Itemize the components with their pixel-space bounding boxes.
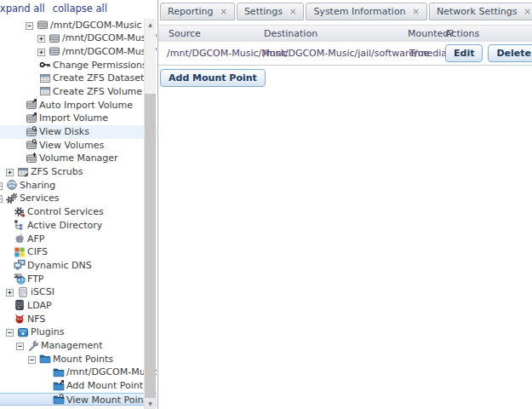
calendar-icon (17, 166, 29, 178)
tree-item-mnt-dgcom-music-music[interactable]: /mnt/DGCOM-Music/Music (0, 366, 157, 379)
tree-item-plugins[interactable]: Plugins (0, 325, 157, 339)
tree-item-auto-import-volume[interactable]: Auto Import Volume (0, 99, 157, 112)
tree-item-label: Volume Manager (39, 152, 118, 165)
tree-item-ftp[interactable]: FTPFTP (0, 273, 157, 286)
tab-close-icon[interactable]: × (524, 8, 531, 16)
mounted-cell: True (409, 42, 429, 65)
tree-item-label: NFS (27, 313, 45, 326)
collapse-node-icon[interactable] (16, 342, 24, 349)
tree-item-create-zfs-volume[interactable]: Create ZFS Volume (0, 85, 157, 99)
expand-node-icon[interactable] (0, 181, 3, 189)
tab-settings[interactable]: Settings× (237, 3, 305, 20)
tab-close-icon[interactable]: × (220, 8, 226, 16)
tree-item-management[interactable]: Management (0, 339, 157, 353)
server-dark-icon (14, 299, 26, 311)
server-light-icon (17, 286, 29, 298)
expand-node-icon[interactable] (0, 194, 3, 202)
expand-node-icon[interactable] (6, 168, 14, 176)
hdd-import-icon (26, 99, 37, 111)
tree-item-view-mount-points[interactable]: View Mount Points (0, 393, 157, 406)
tree-item-change-permissions[interactable]: Change Permissions (0, 59, 157, 72)
column-header-destination[interactable]: Destination (264, 26, 317, 42)
folder-icon (39, 353, 51, 365)
tree-item-label: Create ZFS Volume (53, 85, 142, 99)
tree-item-label: Change Permissions (53, 59, 147, 72)
scrollbar-thumb[interactable] (145, 94, 156, 399)
tree-panel: expand all collapse all /mnt/DGCOM-Music… (0, 0, 157, 409)
tab-close-icon[interactable]: × (289, 8, 296, 16)
tab-label: Reporting (168, 6, 213, 17)
ftp-icon: FTP (14, 273, 26, 285)
tree-toolbar: expand all collapse all (0, 3, 107, 14)
tree-item-mount-points[interactable]: Mount Points (0, 353, 157, 366)
tree-item-label: iSCSI (31, 285, 54, 299)
tree-item-label: Import Volume (39, 112, 108, 125)
tree-item-label: LDAP (27, 299, 52, 313)
collapse-node-icon[interactable] (6, 328, 14, 336)
expand-node-icon[interactable] (37, 34, 45, 42)
tree-item-label: Create ZFS Dataset (53, 72, 144, 85)
tree-item-mnt-dgcom-music-jail[interactable]: /mnt/DGCOM-Music/jail (0, 32, 157, 45)
hdd-icon (49, 45, 60, 57)
tree-item-label: Dynamic DNS (27, 259, 92, 273)
tree-scrollbar[interactable]: ▲ ▼ (144, 19, 156, 409)
tree-item-label: Plugins (31, 325, 64, 339)
scroll-down-icon[interactable]: ▼ (145, 398, 156, 409)
collapse-node-icon[interactable] (28, 355, 36, 363)
expand-node-icon[interactable] (6, 288, 14, 296)
tree-item-view-disks[interactable]: View Disks (0, 125, 157, 139)
tree-item-label: AFP (27, 233, 45, 246)
tree-item-cifs[interactable]: CIFS (0, 245, 157, 259)
plugin-icon (17, 326, 29, 338)
column-header-actions[interactable]: Actions (445, 26, 479, 42)
column-header-source[interactable]: Source (169, 26, 201, 42)
tree-item-add-mount-point[interactable]: Add Mount Point (0, 379, 157, 393)
tree-item-control-services[interactable]: Control Services (0, 205, 157, 219)
tree-item-sharing[interactable]: Sharing (0, 179, 157, 193)
tree-item-mnt-dgcom-music-software[interactable]: /mnt/DGCOM-Music/software (0, 45, 157, 59)
tree-item-nfs[interactable]: NFS (0, 313, 157, 326)
apple-icon (14, 233, 26, 245)
tab-network-settings[interactable]: Network Settings× (429, 3, 532, 20)
delete-button[interactable]: Delete (488, 44, 532, 62)
tab-bar: Reporting×Settings×System Information×Ne… (160, 2, 532, 20)
tree-item-label: View Volumes (39, 139, 104, 153)
tree-item-import-volume[interactable]: Import Volume (0, 112, 157, 125)
tab-close-icon[interactable]: × (413, 8, 420, 16)
tab-system-information[interactable]: System Information× (306, 3, 427, 20)
collapse-node-icon[interactable] (26, 21, 33, 29)
expand-all-link[interactable]: expand all (0, 3, 45, 14)
tree-item-ldap[interactable]: LDAP (0, 299, 157, 313)
wrench-icon (27, 340, 39, 352)
tree-item-volume-manager[interactable]: Volume Manager (0, 152, 157, 165)
gear-icon (14, 206, 26, 218)
tab-reporting[interactable]: Reporting× (160, 3, 235, 20)
add-mount-point-button[interactable]: Add Mount Point (160, 69, 266, 87)
tree-item-active-directory[interactable]: Active Directory (0, 219, 157, 233)
expand-node-icon[interactable] (37, 48, 45, 55)
tree-item-zfs-scrubs[interactable]: ZFS Scrubs (0, 165, 157, 179)
collapse-all-link[interactable]: collapse all (53, 3, 107, 14)
hdd-view-icon (26, 126, 37, 138)
tree-item-dynamic-dns[interactable]: Dynamic DNS (0, 259, 157, 273)
tree-item-create-zfs-dataset[interactable]: Create ZFS Dataset (0, 72, 157, 85)
tree-item-label: CIFS (27, 245, 48, 259)
tree-item-view-volumes[interactable]: View Volumes (0, 139, 157, 153)
tree-item-afp[interactable]: AFP (0, 233, 157, 246)
tree-item-iscsi[interactable]: iSCSI (0, 285, 157, 299)
tree-item-services[interactable]: Services (0, 192, 157, 205)
tree-item-label: FTP (27, 273, 44, 286)
tree-item-mnt-dgcom-music[interactable]: /mnt/DGCOM-Music (0, 19, 157, 32)
tree-item-label: View Mount Points (66, 394, 152, 406)
tree-item-label: Mount Points (53, 353, 113, 366)
tree-item-label: Sharing (20, 179, 55, 193)
tree-item-label: Management (41, 339, 102, 353)
hdd-view-icon (26, 139, 37, 151)
edit-button[interactable]: Edit (445, 44, 483, 62)
hdd-icon (49, 32, 60, 44)
grid-divider (158, 65, 532, 66)
scroll-up-icon[interactable]: ▲ (145, 19, 156, 30)
tree-item-label: View Disks (39, 125, 89, 139)
tree-item-label: ZFS Scrubs (31, 165, 83, 179)
gears-icon (6, 193, 18, 204)
